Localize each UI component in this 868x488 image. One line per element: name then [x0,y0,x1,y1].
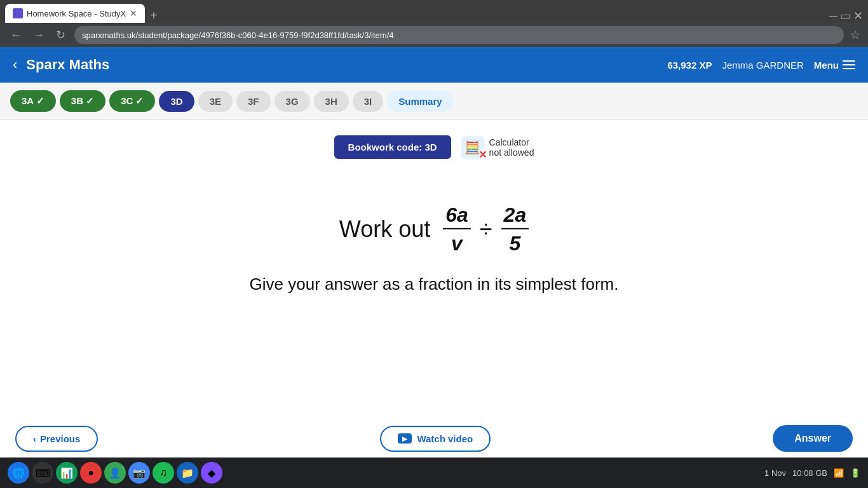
maximize-btn[interactable]: ▭ [840,9,851,23]
prev-label: Previous [40,433,80,444]
instruction-text: Give your answer as a fraction in its si… [250,274,619,294]
calculator-icon: 🧮 ✕ [461,136,484,159]
tab-3C[interactable]: 3C ✓ [109,90,155,112]
taskbar-time: 10:08 GB [792,468,827,478]
tab-3I[interactable]: 3I [353,91,384,112]
app-logo: Sparx Maths [26,57,667,73]
taskbar-right: 1 Nov 10:08 GB 📶 🔋 [764,468,860,478]
tab-navigation: 3A ✓ 3B ✓ 3C ✓ 3D 3E 3F 3G 3H 3I Summary [0,83,868,120]
tab-favicon [13,8,23,18]
app-header: ‹ Sparx Maths 63,932 XP Jemma GARDNER Me… [0,47,868,83]
prev-arrow-icon: ‹ [33,433,36,444]
close-window-btn[interactable]: ✕ [853,9,863,23]
fraction-2-denominator: 5 [506,231,523,255]
watch-video-button[interactable]: ▶ Watch video [380,426,491,452]
battery-icon: 🔋 [850,468,860,478]
video-icon: ▶ [398,433,412,444]
bookwork-row: Bookwork code: 3D 🧮 ✕ Calculator not all… [334,135,534,159]
divide-symbol: ÷ [480,216,492,243]
taskbar-date: 1 Nov [764,468,786,478]
back-button[interactable]: ‹ [13,57,17,73]
sheets-icon[interactable]: 📊 [56,462,78,484]
reload-btn[interactable]: ↻ [53,25,68,44]
tab-3F[interactable]: 3F [236,91,271,112]
answer-button[interactable]: Answer [773,425,853,452]
address-input[interactable] [74,26,844,44]
new-tab-btn[interactable]: + [150,8,158,23]
tab-3D[interactable]: 3D [159,91,194,112]
minimize-btn[interactable]: ─ [829,10,837,23]
spotify-icon[interactable]: ♫ [153,462,174,484]
files-icon[interactable]: 📁 [177,462,198,484]
hamburger-icon [843,60,855,69]
calc-not-allowed: not allowed [489,147,534,158]
answer-label: Answer [794,433,831,444]
fraction-1: 6a v [443,203,471,255]
back-nav-btn[interactable]: ← [8,26,24,44]
fraction-1-denominator: v [449,231,465,255]
address-bar: ← → ↻ ☆ [0,23,868,47]
tab-3G[interactable]: 3G [275,91,310,112]
tab-close-btn[interactable]: ✕ [130,8,137,18]
red-app-icon[interactable]: ● [80,462,102,484]
fraction-1-numerator: 6a [443,203,471,229]
user-name: Jemma GARDNER [722,60,803,71]
active-tab[interactable]: Homework Space - StudyX ✕ [5,4,145,23]
bookwork-code: Bookwork code: 3D [334,135,451,159]
menu-button[interactable]: Menu [814,60,855,71]
problem-area: Work out 6a v ÷ 2a 5 Give your answer as… [0,178,868,313]
bookmark-btn[interactable]: ☆ [850,28,860,42]
tab-3H[interactable]: 3H [314,91,349,112]
wifi-icon: 📶 [834,468,844,478]
menu-label: Menu [814,60,839,71]
fraction-2-numerator: 2a [501,203,529,229]
calc-text: Calculator not allowed [489,137,534,158]
camera-icon[interactable]: 📷 [128,462,150,484]
work-out-text: Work out [339,216,430,243]
watch-label: Watch video [417,433,473,444]
bottom-bar: ‹ Previous ▶ Watch video Answer [0,419,868,458]
tab-3E[interactable]: 3E [198,91,233,112]
tab-summary[interactable]: Summary [387,91,453,112]
calculator-badge: 🧮 ✕ Calculator not allowed [461,136,534,159]
main-content: Bookwork code: 3D 🧮 ✕ Calculator not all… [0,120,868,313]
forward-nav-btn[interactable]: → [31,26,47,44]
tab-3A[interactable]: 3A ✓ [10,90,56,112]
calc-x-icon: ✕ [478,150,487,160]
header-right: 63,932 XP Jemma GARDNER Menu [667,60,855,71]
tab-title: Homework Space - StudyX [27,9,126,18]
calc-label: Calculator [489,137,534,147]
purple-app-icon[interactable]: ◆ [201,462,222,484]
previous-button[interactable]: ‹ Previous [15,426,98,452]
code-icon[interactable]: ⌨ [32,462,53,484]
contacts-icon[interactable]: 👤 [104,462,126,484]
chrome-icon[interactable]: 🌐 [8,462,29,484]
browser-tab-bar: Homework Space - StudyX ✕ + ─ ▭ ✕ [0,0,868,23]
math-question: Work out 6a v ÷ 2a 5 [339,203,529,255]
fraction-2: 2a 5 [501,203,529,255]
os-taskbar: 🌐 ⌨ 📊 ● 👤 📷 ♫ 📁 ◆ 1 Nov 10:08 GB 📶 🔋 [0,458,868,488]
tab-3B[interactable]: 3B ✓ [60,90,105,112]
xp-display: 63,932 XP [667,60,712,71]
